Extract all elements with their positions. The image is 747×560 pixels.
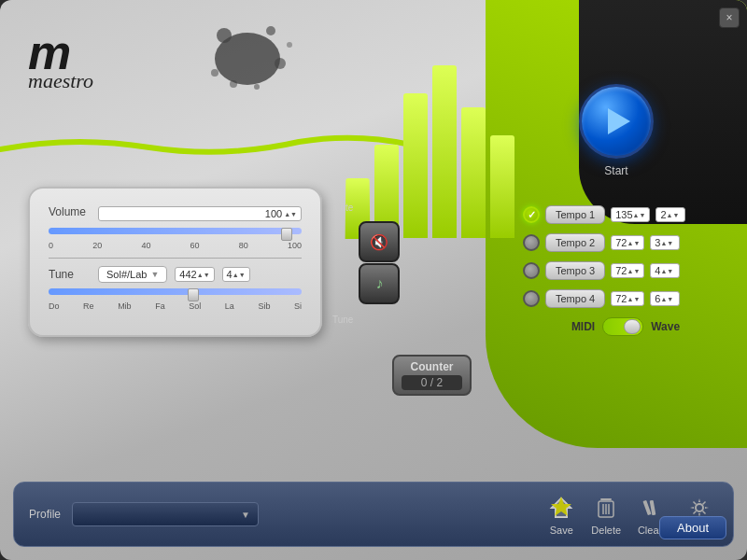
svg-point-2 bbox=[266, 26, 275, 35]
close-button[interactable]: × bbox=[719, 7, 740, 28]
tempo-1-bpm[interactable]: 135 ▲▼ bbox=[611, 207, 650, 222]
tune-label: Tune bbox=[49, 268, 91, 281]
start-label: Start bbox=[604, 164, 627, 177]
counter-button[interactable]: Counter 0 / 2 bbox=[392, 355, 472, 396]
tune-btn-label: Tune bbox=[332, 315, 353, 325]
mute-label: Mute bbox=[332, 203, 353, 213]
volume-slider[interactable] bbox=[49, 228, 302, 239]
tempo-3-button[interactable]: Tempo 3 bbox=[545, 261, 605, 280]
mute-button-area: 🔇 Mute bbox=[332, 201, 353, 213]
save-button[interactable]: Save bbox=[546, 493, 576, 536]
profile-dropdown[interactable]: ▼ bbox=[72, 502, 259, 526]
tune-control: Tune Sol#/Lab ▼ 442 ▲▼ 4 ▲▼ DoRe bbox=[49, 266, 302, 311]
volume-value: 100 bbox=[265, 208, 282, 219]
svg-point-6 bbox=[230, 80, 237, 88]
counter-value: 0 / 2 bbox=[402, 375, 462, 390]
tempo-4-bpm[interactable]: 72 ▲▼ bbox=[611, 291, 644, 306]
right-panel: ✓ Tempo 1 135 ▲▼ 2 ▲▼ Tempo 2 72 ▲▼ 3 bbox=[523, 205, 728, 336]
mute-button[interactable]: 🔇 bbox=[359, 221, 400, 262]
svg-rect-11 bbox=[600, 498, 612, 500]
tempo-1-row: ✓ Tempo 1 135 ▲▼ 2 ▲▼ bbox=[523, 205, 728, 224]
tune-octave-input[interactable]: 4 ▲▼ bbox=[222, 267, 250, 282]
volume-marks: 020406080100 bbox=[49, 241, 302, 250]
tempo-1-beats[interactable]: 2 ▲▼ bbox=[655, 207, 685, 222]
volume-control: Volume 100 ▲▼ 020406080100 bbox=[49, 205, 302, 250]
controls-panel: Volume 100 ▲▼ 020406080100 Tune Sol#/La bbox=[28, 187, 322, 337]
tempo-3-indicator bbox=[523, 262, 540, 279]
tempo-2-indicator bbox=[523, 234, 540, 251]
tempo-4-button[interactable]: Tempo 4 bbox=[545, 289, 605, 308]
svg-point-7 bbox=[287, 42, 292, 48]
play-icon bbox=[608, 108, 630, 134]
dropdown-arrow-icon: ▼ bbox=[241, 510, 250, 520]
counter-label: Counter bbox=[402, 360, 462, 373]
app-window: × m maestro bbox=[0, 0, 747, 560]
tempo-3-beats[interactable]: 4 ▲▼ bbox=[650, 263, 680, 278]
tune-freq-input[interactable]: 442 ▲▼ bbox=[175, 267, 214, 282]
delete-icon bbox=[591, 493, 621, 523]
wave-label: Wave bbox=[651, 320, 680, 333]
separator bbox=[49, 258, 302, 259]
tune-button[interactable]: ♪ bbox=[359, 263, 400, 304]
tune-button-area: ♪ Tune bbox=[332, 313, 353, 325]
logo-sub: maestro bbox=[28, 69, 215, 93]
tempo-1-button[interactable]: Tempo 1 bbox=[545, 205, 605, 224]
tune-slider[interactable] bbox=[49, 288, 302, 300]
save-icon bbox=[546, 493, 576, 523]
start-button[interactable] bbox=[579, 84, 654, 159]
midi-label: MIDI bbox=[571, 320, 595, 333]
svg-point-1 bbox=[217, 28, 232, 43]
profile-label: Profile bbox=[29, 508, 61, 521]
midi-wave-row: MIDI Wave bbox=[523, 317, 728, 336]
tempo-3-bpm[interactable]: 72 ▲▼ bbox=[611, 263, 644, 278]
tempo-2-bpm[interactable]: 72 ▲▼ bbox=[611, 235, 644, 250]
volume-spinner[interactable]: ▲▼ bbox=[284, 211, 297, 217]
chart-bars bbox=[345, 51, 514, 238]
midi-wave-toggle[interactable] bbox=[602, 317, 643, 336]
music-icon: ♪ bbox=[375, 275, 383, 292]
tempo-2-beats[interactable]: 3 ▲▼ bbox=[650, 235, 680, 250]
tempo-4-beats[interactable]: 6 ▲▼ bbox=[650, 291, 680, 306]
svg-point-18 bbox=[696, 504, 703, 511]
tune-note-dropdown[interactable]: Sol#/Lab ▼ bbox=[98, 266, 167, 283]
tempo-1-indicator: ✓ bbox=[523, 206, 540, 223]
svg-point-0 bbox=[215, 33, 280, 85]
save-label: Save bbox=[550, 525, 573, 536]
about-button[interactable]: About bbox=[659, 516, 726, 539]
tempo-3-row: Tempo 3 72 ▲▼ 4 ▲▼ bbox=[523, 261, 728, 280]
bottom-toolbar: Profile ▼ Save bbox=[13, 482, 734, 547]
svg-point-5 bbox=[254, 84, 260, 90]
delete-label: Delete bbox=[591, 525, 621, 536]
volume-label: Volume bbox=[49, 205, 91, 218]
tempo-4-row: Tempo 4 72 ▲▼ 6 ▲▼ bbox=[523, 289, 728, 308]
svg-point-3 bbox=[275, 58, 286, 69]
speaker-icon: 🔇 bbox=[370, 233, 388, 251]
tempo-4-indicator bbox=[523, 290, 540, 307]
start-area: Start bbox=[579, 84, 654, 177]
delete-button[interactable]: Delete bbox=[591, 493, 621, 536]
logo-area: m maestro bbox=[28, 28, 215, 140]
tempo-2-button[interactable]: Tempo 2 bbox=[545, 233, 605, 252]
note-marks: DoReMibFaSolLaSibSi bbox=[49, 301, 302, 311]
dropdown-chevron: ▼ bbox=[150, 270, 159, 279]
tempo-2-row: Tempo 2 72 ▲▼ 3 ▲▼ bbox=[523, 233, 728, 252]
checkmark-icon: ✓ bbox=[528, 209, 536, 221]
toggle-knob bbox=[624, 319, 641, 334]
